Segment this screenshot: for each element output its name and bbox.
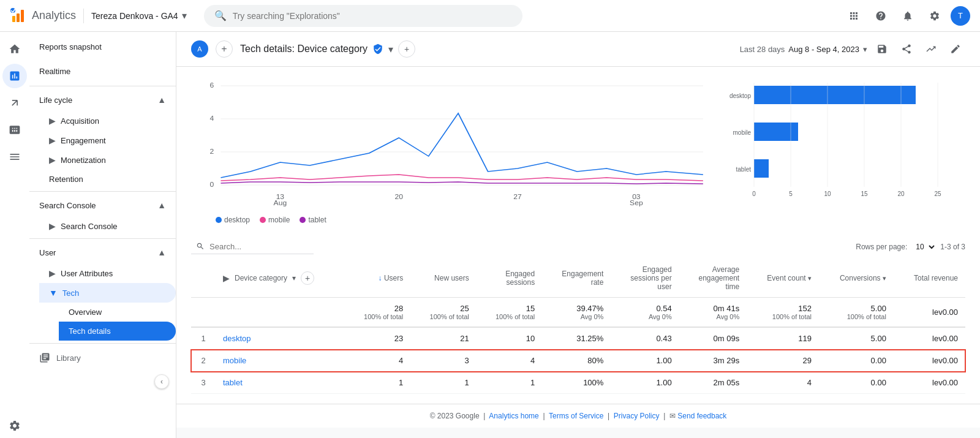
sidebar-icon-explore[interactable] <box>2 91 27 115</box>
footer: © 2023 Google | Analytics home | Terms o… <box>176 404 980 428</box>
notifications-icon-btn[interactable] <box>897 5 919 27</box>
top-nav: Analytics Tereza Denkova - GA4 ▾ 🔍 <box>0 0 980 32</box>
row1-engaged-sessions: 10 <box>477 327 542 350</box>
privacy-link[interactable]: Privacy Policy <box>614 412 660 420</box>
settings-icon-btn[interactable] <box>924 5 946 27</box>
table-search[interactable] <box>191 239 314 254</box>
reports-snapshot-label: Reports snapshot <box>39 42 102 51</box>
dimension-dropdown-icon[interactable]: ▾ <box>292 274 296 282</box>
analytics-logo: Analytics <box>10 7 76 25</box>
sidebar-item-retention[interactable]: Retention <box>39 170 176 189</box>
terms-link[interactable]: Terms of Service <box>549 412 603 420</box>
search-bar[interactable]: 🔍 <box>204 5 522 27</box>
line-chart-area: 6 4 2 0 13 Aug 20 27 03 Sep <box>191 77 710 224</box>
conversions-dropdown-icon[interactable]: ▾ <box>883 274 886 282</box>
sidebar-icon-advertising[interactable] <box>2 118 27 142</box>
add-dimension-button[interactable]: + <box>301 271 314 285</box>
sidebar-icon-home[interactable] <box>2 37 27 61</box>
sidebar-item-tech-details[interactable]: Tech details <box>59 322 176 341</box>
sidebar-item-engagement[interactable]: ▶ Engagement <box>39 130 176 150</box>
sidebar-item-realtime[interactable]: Realtime <box>29 59 176 83</box>
sidebar-item-user-attributes[interactable]: ▶ User Attributes <box>39 263 176 283</box>
svg-text:15: 15 <box>861 191 868 197</box>
analytics-home-link[interactable]: Analytics home <box>489 412 538 420</box>
table-body: 28 100% of total 25 100% of total 15 100… <box>191 298 965 394</box>
search-console-collapse-icon: ▲ <box>157 200 166 210</box>
sidebar-item-reports-snapshot[interactable]: Reports snapshot <box>29 34 176 59</box>
sidebar-sub-tech: Overview Tech details <box>39 303 176 341</box>
sidebar-icon-settings[interactable] <box>2 413 27 438</box>
date-range: Last 28 days Aug 8 - Sep 4, 2023 ▾ <box>740 45 867 54</box>
sidebar-item-overview[interactable]: Overview <box>59 303 176 322</box>
row1-new-users: 21 <box>410 327 476 350</box>
edit-button[interactable] <box>946 39 965 59</box>
col-users[interactable]: ↓ Users <box>345 259 410 298</box>
row1-engagement-rate: 31.25% <box>542 327 611 350</box>
dimension-header: ▶ Device category ▾ + <box>223 271 337 285</box>
col-total-revenue[interactable]: Total revenue <box>894 259 965 298</box>
sidebar-section-main: Reports snapshot Realtime Life cycle ▲ ▶… <box>29 32 176 372</box>
sidebar-divider-1 <box>29 86 176 86</box>
row2-revenue: lev0.00 <box>894 350 965 372</box>
user-avatar[interactable]: T <box>951 6 970 26</box>
svg-text:mobile: mobile <box>733 129 752 136</box>
event-count-dropdown-icon[interactable]: ▾ <box>808 274 812 282</box>
total-engaged-sessions: 15 100% of total <box>477 298 542 328</box>
svg-text:20: 20 <box>394 194 402 200</box>
total-avg-engagement-time: 0m 41s Avg 0% <box>679 298 747 328</box>
sidebar-item-acquisition[interactable]: ▶ Acquisition <box>39 111 176 130</box>
feedback-icon: ✉ <box>669 412 676 420</box>
add-report-button[interactable]: + <box>216 40 233 58</box>
row2-device[interactable]: mobile <box>216 350 345 372</box>
sidebar-item-tech[interactable]: ▼ Tech <box>39 283 176 303</box>
help-icon-btn[interactable] <box>870 5 892 27</box>
col-engaged-sessions-per-user[interactable]: Engagedsessions peruser <box>611 259 679 298</box>
sidebar-item-library[interactable]: Library <box>29 346 176 369</box>
add-comparison-button[interactable]: + <box>398 40 415 58</box>
feedback-link[interactable]: Send feedback <box>677 412 726 420</box>
col-event-count[interactable]: Event count ▾ <box>747 259 819 298</box>
col-new-users[interactable]: New users <box>410 259 476 298</box>
rows-per-page-select[interactable]: 10 25 50 <box>911 241 937 253</box>
trend-button[interactable] <box>921 39 941 59</box>
sidebar-group-lifecycle[interactable]: Life cycle ▲ <box>29 89 176 111</box>
save-report-button[interactable] <box>872 39 892 59</box>
apps-icon-btn[interactable] <box>843 5 865 27</box>
svg-text:Aug: Aug <box>274 200 287 206</box>
sidebar-icon-configure[interactable] <box>2 145 27 169</box>
table-search-input[interactable] <box>209 242 309 251</box>
col-engaged-sessions[interactable]: Engagedsessions <box>477 259 542 298</box>
sidebar-group-search-console[interactable]: Search Console ▲ <box>29 194 176 216</box>
col-avg-engagement-time[interactable]: Averageengagementtime <box>679 259 747 298</box>
total-engagement-rate: 39.47% Avg 0% <box>542 298 611 328</box>
sidebar-divider-4 <box>29 343 176 344</box>
total-event-count: 152 100% of total <box>747 298 819 328</box>
share-button[interactable] <box>897 39 916 59</box>
legend-desktop-label: desktop <box>224 216 250 224</box>
sidebar-item-search-console[interactable]: ▶ Search Console <box>39 216 176 236</box>
col-conversions[interactable]: Conversions ▾ <box>819 259 894 298</box>
sidebar-group-user[interactable]: User ▲ <box>29 241 176 263</box>
row3-device[interactable]: tablet <box>216 372 345 394</box>
col-engagement-rate[interactable]: Engagementrate <box>542 259 611 298</box>
drill-down-button[interactable]: ▶ <box>223 273 230 283</box>
header-actions: Last 28 days Aug 8 - Sep 4, 2023 ▾ <box>740 39 965 59</box>
row1-device[interactable]: desktop <box>216 327 345 350</box>
analytics-title: Analytics <box>32 9 76 22</box>
sidebar-icon-reports[interactable] <box>2 64 27 88</box>
rows-per-page: Rows per page: 10 25 50 1-3 of 3 <box>856 241 965 253</box>
account-selector[interactable]: Tereza Denkova - GA4 ▾ <box>91 10 187 21</box>
total-row: 28 100% of total 25 100% of total 15 100… <box>191 298 965 328</box>
col-device[interactable]: ▶ Device category ▾ + <box>216 259 345 298</box>
table-header: ▶ Device category ▾ + ↓ Users New users … <box>191 259 965 298</box>
sidebar-item-monetization[interactable]: ▶ Monetization <box>39 150 176 170</box>
table-search-icon <box>196 241 205 251</box>
search-console-group-label: Search Console <box>39 201 96 210</box>
search-input[interactable] <box>233 11 512 21</box>
account-name: Tereza Denkova - GA4 <box>91 11 178 21</box>
title-dropdown-icon[interactable]: ▾ <box>388 43 393 55</box>
row3-event-count: 4 <box>747 372 819 394</box>
legend-desktop: desktop <box>216 216 250 224</box>
settings-icon <box>929 10 940 21</box>
nav-collapse-button[interactable]: ‹ <box>154 374 169 389</box>
